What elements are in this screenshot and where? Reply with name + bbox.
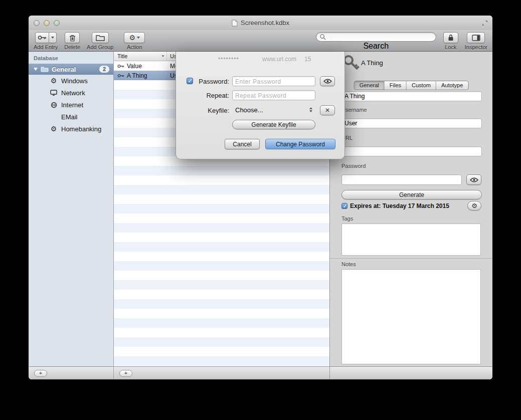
inspector-footer	[330, 367, 492, 379]
search-group: Search	[316, 32, 436, 51]
password-field[interactable]	[342, 175, 461, 184]
inspector-panel: A Thing General Files Custom Autotype Us…	[330, 52, 492, 366]
inspector-button[interactable]	[467, 32, 485, 43]
expires-row: Expires at: Tuesday 17 March 2015	[341, 201, 449, 211]
sidebar-header: Database	[29, 52, 113, 64]
search-label: Search	[363, 42, 389, 51]
homebanking-icon	[50, 125, 58, 132]
cancel-button[interactable]: Cancel	[225, 139, 260, 149]
disclosure-triangle-icon[interactable]	[34, 68, 38, 71]
change-password-sheet: •••••••• www.url.com 15 Password: Repeat…	[176, 52, 345, 159]
window-title-area: Screenshot.kdbx	[29, 16, 492, 30]
notes-label: Notes	[341, 261, 356, 267]
keyfile-popup[interactable]: Choose...	[232, 104, 315, 115]
chevron-down-icon	[51, 37, 54, 39]
tab-general[interactable]: General	[355, 81, 384, 90]
delete-button[interactable]	[65, 32, 80, 43]
background-modified-text: 15	[304, 56, 311, 63]
notes-input[interactable]	[342, 270, 480, 364]
tab-custom[interactable]: Custom	[406, 81, 436, 90]
tags-box	[341, 224, 481, 256]
key-icon	[117, 74, 124, 78]
inspector-entry-title: A Thing	[361, 59, 383, 67]
sidebar-item-label: Internet	[61, 101, 83, 109]
document-icon	[232, 20, 238, 27]
search-icon	[319, 34, 326, 40]
username-field[interactable]	[342, 119, 481, 128]
inspector-label: Inspector	[465, 44, 487, 50]
monitor-icon	[50, 90, 58, 96]
sidebar-item-email[interactable]: EMail	[29, 111, 113, 123]
key-icon	[117, 64, 124, 68]
sidebar-item-label: Homebanking	[61, 125, 101, 133]
eye-icon	[323, 79, 332, 84]
lock-group: Lock	[443, 32, 458, 50]
desktop-background: Screenshot.kdbx	[0, 0, 521, 420]
trash-icon	[69, 34, 76, 42]
sidebar-item-label: EMail	[61, 113, 78, 121]
expires-label: Expires at: Tuesday 17 March 2015	[350, 202, 449, 209]
globe-icon	[50, 102, 58, 108]
notes-box	[341, 269, 481, 364]
column-header-title[interactable]: Title	[114, 52, 167, 61]
username-label: Username	[341, 107, 367, 113]
password-checkbox[interactable]	[187, 78, 193, 84]
clear-keyfile-button[interactable]	[320, 105, 335, 115]
sidebar-item-internet[interactable]: Internet	[29, 99, 113, 111]
add-group-group: Add Group	[87, 32, 113, 50]
sidebar-group-general[interactable]: General 2	[29, 64, 113, 75]
title-field[interactable]	[342, 92, 481, 101]
inspector-tabs: General Files Custom Autotype	[354, 81, 469, 90]
entry-title: A Thing	[127, 72, 147, 79]
add-entry-button[interactable]	[35, 32, 49, 43]
delete-label: Delete	[64, 44, 80, 50]
sidebar-item-windows[interactable]: Windows	[29, 75, 113, 87]
delete-group: Delete	[64, 32, 80, 50]
tab-autotype[interactable]: Autotype	[436, 81, 468, 90]
sidebar-item-network[interactable]: Network	[29, 87, 113, 99]
sidebar: Database General 2 Windows	[29, 52, 114, 366]
entry-count-badge: 2	[99, 66, 109, 73]
dialog-password-label: Password:	[194, 78, 229, 85]
eye-icon	[470, 177, 478, 182]
url-field-wrap	[341, 146, 482, 156]
sidebar-item-homebanking[interactable]: Homebanking	[29, 123, 113, 135]
action-button[interactable]: ⚙	[124, 32, 145, 43]
search-field[interactable]	[316, 32, 436, 42]
generate-keyfile-button[interactable]: Generate Keyfile	[232, 120, 315, 129]
generate-password-button[interactable]: Generate	[341, 190, 482, 199]
title-bar[interactable]: Screenshot.kdbx	[29, 16, 492, 30]
lock-button[interactable]	[443, 32, 458, 43]
sidebar-footer: +	[29, 367, 114, 379]
dialog-repeat-input[interactable]	[233, 91, 315, 100]
tab-files[interactable]: Files	[384, 81, 406, 90]
expires-settings-button[interactable]	[467, 201, 481, 211]
dialog-password-input[interactable]	[233, 77, 315, 86]
title-field-wrap	[341, 91, 482, 101]
sidebar-item-label: Network	[61, 89, 85, 97]
add-group-button[interactable]	[92, 32, 109, 43]
tags-label: Tags	[341, 216, 353, 222]
change-password-button[interactable]: Change Password	[265, 139, 335, 149]
dialog-reveal-button[interactable]	[320, 76, 335, 86]
sort-indicator-icon	[162, 55, 164, 57]
action-group: ⚙ Action	[124, 32, 145, 50]
dialog-repeat-field-wrap	[232, 90, 315, 100]
entry-title: Value	[127, 63, 142, 70]
url-field[interactable]	[342, 147, 481, 156]
tags-input[interactable]	[342, 224, 480, 255]
lock-label: Lock	[445, 44, 456, 50]
column-title-label: Title	[117, 53, 127, 59]
add-entry-label: Add Entry	[34, 44, 58, 50]
add-entry-footer-button[interactable]: +	[119, 370, 132, 377]
background-url-text: www.url.com	[262, 56, 296, 63]
expires-checkbox[interactable]	[341, 203, 348, 209]
window-title: Screenshot.kdbx	[241, 19, 289, 27]
search-input[interactable]	[326, 33, 433, 41]
fullscreen-icon[interactable]	[482, 20, 488, 26]
reveal-password-button[interactable]	[466, 174, 481, 185]
lock-icon	[448, 34, 454, 41]
popup-stepper-icon	[309, 107, 312, 112]
add-group-footer-button[interactable]: +	[34, 370, 47, 377]
add-entry-dropdown[interactable]	[49, 32, 57, 43]
